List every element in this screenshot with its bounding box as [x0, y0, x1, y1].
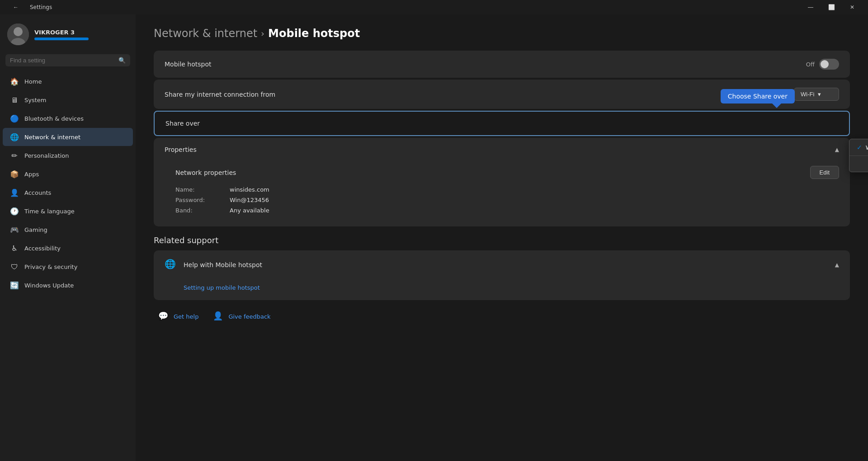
mobile-hotspot-toggle-wrap: Off: [806, 59, 839, 70]
nav-icon-apps: 📦: [10, 169, 19, 179]
nav-label-bluetooth: Bluetooth & devices: [24, 115, 84, 122]
nav-icon-time: 🕐: [10, 207, 19, 216]
setup-mobile-hotspot-link[interactable]: Setting up mobile hotspot: [184, 284, 260, 291]
share-over-dropdown[interactable]: ✓ Wi-Fi Bluetooth: [849, 139, 868, 172]
sidebar-item-accessibility[interactable]: ♿ Accessibility: [3, 239, 133, 257]
mobile-hotspot-label: Mobile hotspot: [165, 61, 212, 68]
avatar: [7, 24, 29, 45]
sidebar-item-network[interactable]: 🌐 Network & internet: [3, 128, 133, 146]
bottom-links: 💬 Get help 👤 Give feedback: [154, 300, 850, 322]
nav-icon-system: 🖥: [10, 95, 19, 104]
sidebar-item-apps[interactable]: 📦 Apps: [3, 165, 133, 183]
sidebar: VIKROGER 3 🔍 🏠 Home 🖥 System 🔵 Bluetooth…: [0, 14, 136, 461]
prop-row-band: Band: Any available: [175, 207, 839, 214]
nav-icon-gaming: 🎮: [10, 225, 19, 234]
related-support-title: Related support: [154, 235, 850, 245]
prop-key-band: Band:: [175, 207, 230, 214]
main-content: Network & internet › Mobile hotspot Mobi…: [136, 14, 868, 461]
give-feedback-link[interactable]: 👤 Give feedback: [213, 311, 270, 322]
minimize-button[interactable]: —: [800, 0, 821, 14]
prop-key-name: Name:: [175, 186, 230, 193]
user-info: VIKROGER 3: [34, 29, 89, 40]
share-over-container: Share over Choose Share over ✓ Wi-Fi Blu…: [154, 111, 850, 136]
support-card: 🌐 Help with Mobile hotspot ▲ Setting up …: [154, 250, 850, 300]
nav-label-windows-update: Windows Update: [24, 282, 74, 289]
titlebar-controls: — ⬜ ✕: [800, 0, 863, 14]
user-progress-bar: [34, 38, 89, 40]
titlebar-left: ← Settings: [5, 0, 52, 14]
sidebar-item-time[interactable]: 🕐 Time & language: [3, 202, 133, 220]
properties-content: Network properties Edit Name: winsides.c…: [154, 161, 850, 226]
nav-label-gaming: Gaming: [24, 226, 47, 233]
sidebar-item-system[interactable]: 🖥 System: [3, 91, 133, 109]
get-help-icon: 💬: [158, 311, 169, 322]
help-label: Help with Mobile hotspot: [184, 261, 262, 268]
nav-label-privacy: Privacy & security: [24, 263, 77, 270]
search-box[interactable]: 🔍: [5, 54, 130, 66]
mobile-hotspot-row: Mobile hotspot Off: [154, 51, 850, 78]
user-section: VIKROGER 3: [0, 14, 136, 52]
maximize-button[interactable]: ⬜: [821, 0, 842, 14]
nav-icon-home: 🏠: [10, 77, 19, 86]
sidebar-item-bluetooth[interactable]: 🔵 Bluetooth & devices: [3, 109, 133, 127]
back-button[interactable]: ←: [5, 0, 26, 14]
prop-val-password: Win@123456: [230, 197, 269, 203]
breadcrumb: Network & internet › Mobile hotspot: [154, 14, 850, 51]
breadcrumb-parent[interactable]: Network & internet: [154, 27, 257, 40]
support-content: Setting up mobile hotspot: [154, 279, 850, 300]
nav-icon-windows-update: 🔄: [10, 281, 19, 290]
get-help-label: Get help: [174, 313, 198, 320]
mobile-hotspot-toggle[interactable]: [819, 59, 839, 70]
search-input[interactable]: [10, 57, 115, 64]
properties-card: Properties ▲ Network properties Edit Nam…: [154, 138, 850, 226]
nav-label-accessibility: Accessibility: [24, 245, 61, 252]
nav-label-system: System: [24, 97, 46, 103]
sidebar-item-personalization[interactable]: ✏️ Personalization: [3, 146, 133, 165]
prop-row-password: Password: Win@123456: [175, 197, 839, 203]
support-header: 🌐 Help with Mobile hotspot ▲: [154, 250, 850, 279]
toggle-thumb: [821, 60, 829, 68]
nav-icon-accessibility: ♿: [10, 244, 19, 253]
share-over-row: Share over Choose Share over ✓ Wi-Fi Blu…: [154, 111, 850, 136]
svg-point-1: [14, 27, 23, 36]
share-from-label: Share my internet connection from: [165, 91, 275, 98]
support-header-left: 🌐 Help with Mobile hotspot: [165, 259, 262, 271]
close-button[interactable]: ✕: [842, 0, 863, 14]
prop-val-band: Any available: [230, 207, 269, 214]
share-from-select[interactable]: Wi-Fi ▾: [794, 88, 839, 101]
search-icon: 🔍: [118, 57, 126, 64]
user-name: VIKROGER 3: [34, 29, 89, 36]
app-layout: VIKROGER 3 🔍 🏠 Home 🖥 System 🔵 Bluetooth…: [0, 14, 868, 461]
get-help-link[interactable]: 💬 Get help: [158, 311, 198, 322]
nav-icon-privacy: 🛡: [10, 262, 19, 271]
help-globe-icon: 🌐: [165, 259, 177, 271]
prop-key-password: Password:: [175, 197, 230, 203]
network-props-header: Network properties Edit: [175, 166, 839, 179]
nav-label-accounts: Accounts: [24, 189, 51, 196]
properties-chevron-icon[interactable]: ▲: [835, 146, 839, 153]
breadcrumb-current: Mobile hotspot: [268, 27, 360, 40]
sidebar-item-home[interactable]: 🏠 Home: [3, 72, 133, 90]
check-icon: ✓: [857, 144, 862, 151]
titlebar: ← Settings — ⬜ ✕: [0, 0, 868, 14]
nav-label-network: Network & internet: [24, 134, 80, 141]
mobile-hotspot-card: Mobile hotspot Off: [154, 51, 850, 78]
chevron-down-icon: ▾: [818, 91, 821, 98]
toggle-state-label: Off: [806, 61, 815, 68]
sidebar-item-privacy[interactable]: 🛡 Privacy & security: [3, 258, 133, 276]
titlebar-title: Settings: [30, 4, 52, 10]
properties-header: Properties ▲: [154, 138, 850, 161]
give-feedback-label: Give feedback: [228, 313, 270, 320]
dropdown-item-wifi[interactable]: ✓ Wi-Fi: [849, 139, 868, 155]
sidebar-item-windows-update[interactable]: 🔄 Windows Update: [3, 276, 133, 294]
sidebar-item-accounts[interactable]: 👤 Accounts: [3, 183, 133, 202]
prop-val-name: winsides.com: [230, 186, 269, 193]
nav-list: 🏠 Home 🖥 System 🔵 Bluetooth & devices 🌐 …: [0, 72, 136, 295]
edit-button[interactable]: Edit: [810, 166, 839, 179]
prop-row-name: Name: winsides.com: [175, 186, 839, 193]
dropdown-item-bluetooth[interactable]: Bluetooth: [849, 156, 868, 172]
support-chevron-icon[interactable]: ▲: [835, 262, 839, 268]
nav-icon-network: 🌐: [10, 132, 19, 141]
sidebar-item-gaming[interactable]: 🎮 Gaming: [3, 221, 133, 239]
nav-label-personalization: Personalization: [24, 152, 69, 159]
